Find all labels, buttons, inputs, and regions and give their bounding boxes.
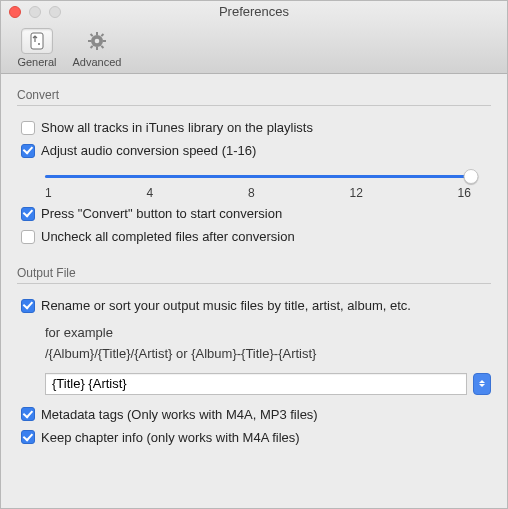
row-metadata: Metadata tags (Only works with M4A, MP3 …	[17, 403, 491, 426]
slider-ticks: 1 4 8 12 16	[45, 186, 471, 200]
row-format-input	[45, 373, 491, 395]
svg-rect-9	[101, 45, 105, 49]
format-dropdown-button[interactable]	[473, 373, 491, 395]
label-rename: Rename or sort your output music files b…	[41, 298, 411, 313]
row-show-all: Show all tracks in iTunes library on the…	[17, 116, 491, 139]
checkbox-adjust-speed[interactable]	[21, 144, 35, 158]
checkbox-metadata[interactable]	[21, 407, 35, 421]
slider-speed: 1 4 8 12 16	[45, 168, 471, 200]
tick: 12	[349, 186, 362, 200]
slider-track-wrap[interactable]	[45, 168, 471, 184]
label-adjust-speed: Adjust audio conversion speed (1-16)	[41, 143, 256, 158]
checkbox-rename[interactable]	[21, 299, 35, 313]
label-uncheck-completed: Uncheck all completed files after conver…	[41, 229, 295, 244]
titlebar: Preferences	[1, 1, 507, 22]
section-title: Output File	[17, 266, 491, 284]
svg-rect-0	[31, 33, 43, 49]
format-input[interactable]	[45, 373, 467, 395]
section-title: Convert	[17, 88, 491, 106]
toolbar: General Advanced	[1, 22, 507, 74]
tick: 1	[45, 186, 52, 200]
slider-fill	[45, 175, 471, 178]
chevron-up-icon	[479, 380, 485, 383]
example-line-1: for example	[45, 323, 491, 344]
svg-point-3	[95, 39, 100, 44]
svg-rect-10	[101, 33, 105, 37]
tab-label: General	[17, 56, 56, 68]
svg-point-1	[38, 43, 40, 45]
row-uncheck-completed: Uncheck all completed files after conver…	[17, 225, 491, 248]
label-press-convert: Press "Convert" button to start conversi…	[41, 206, 282, 221]
tab-advanced[interactable]: Advanced	[69, 26, 125, 71]
row-press-convert: Press "Convert" button to start conversi…	[17, 202, 491, 225]
slider-knob[interactable]	[464, 169, 479, 184]
svg-rect-11	[90, 45, 94, 49]
svg-rect-8	[90, 33, 94, 37]
checkbox-press-convert[interactable]	[21, 207, 35, 221]
tab-label: Advanced	[73, 56, 122, 68]
gear-icon	[81, 28, 113, 54]
tick: 4	[146, 186, 153, 200]
svg-rect-6	[88, 40, 91, 42]
tab-general[interactable]: General	[9, 26, 65, 71]
content: Convert Show all tracks in iTunes librar…	[1, 74, 507, 479]
section-output: Output File Rename or sort your output m…	[17, 266, 491, 449]
tick: 16	[458, 186, 471, 200]
checkbox-chapter[interactable]	[21, 430, 35, 444]
tick: 8	[248, 186, 255, 200]
label-metadata: Metadata tags (Only works with M4A, MP3 …	[41, 407, 318, 422]
row-rename: Rename or sort your output music files b…	[17, 294, 491, 317]
label-show-all: Show all tracks in iTunes library on the…	[41, 120, 313, 135]
svg-rect-7	[103, 40, 106, 42]
label-chapter: Keep chapter info (only works with M4A f…	[41, 430, 300, 445]
example-line-2: /{Album}/{Title}/{Artist} or {Album}-{Ti…	[45, 344, 491, 365]
chevron-down-icon	[479, 384, 485, 387]
svg-rect-5	[96, 47, 98, 50]
checkbox-show-all[interactable]	[21, 121, 35, 135]
section-convert: Convert Show all tracks in iTunes librar…	[17, 88, 491, 248]
window-title: Preferences	[1, 4, 507, 19]
row-adjust-speed: Adjust audio conversion speed (1-16)	[17, 139, 491, 162]
rename-example: for example /{Album}/{Title}/{Artist} or…	[45, 323, 491, 365]
checkbox-uncheck-completed[interactable]	[21, 230, 35, 244]
svg-rect-4	[96, 32, 98, 35]
row-chapter: Keep chapter info (only works with M4A f…	[17, 426, 491, 449]
general-icon	[21, 28, 53, 54]
